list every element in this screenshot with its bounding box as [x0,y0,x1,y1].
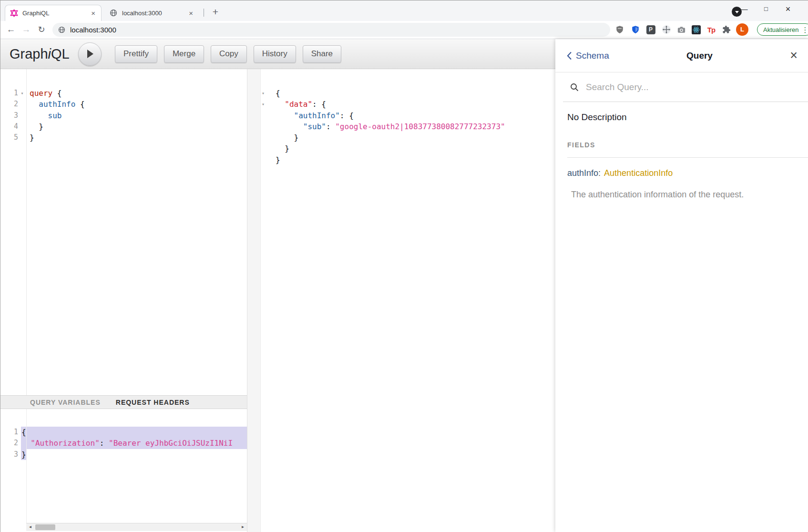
history-button[interactable]: History [254,45,296,63]
doc-explorer-panel: Schema Query × No Description FIELDS aut… [555,39,808,532]
docs-search-row [563,72,808,102]
code-line: 1{ [0,427,247,438]
fold-gutter [247,121,276,132]
scroll-right-button[interactable]: ► [239,523,247,531]
code-line: ▾{ [247,88,555,99]
address-bar[interactable]: localhost:3000 [52,23,610,37]
globe-icon [110,9,118,17]
graphiql-topbar: GraphiQL Prettify Merge Copy History Sha… [0,39,555,69]
fold-gutter [247,154,276,165]
graphiql-app: GraphiQL Prettify Merge Copy History Sha… [0,39,808,532]
fold-arrow-icon[interactable]: ▾ [247,88,276,99]
browser-window: GraphiQL × localhost:3000 × + — □ × ← → … [0,0,808,532]
code-line: "authInfo": { [247,110,555,121]
browser-menu-kebab-icon[interactable]: ⋮ [801,26,808,33]
graphiql-favicon-icon [10,9,18,17]
code-line: 3 sub [0,110,247,121]
prettify-button[interactable]: Prettify [115,45,157,63]
code-line: } [247,132,555,143]
scroll-left-button[interactable]: ◄ [26,523,34,531]
line-number: 3 [0,449,18,460]
line-number: 1 [0,427,18,438]
tab-strip: GraphiQL × localhost:3000 × + — □ × [0,0,808,21]
doc-explorer-header: Schema Query × [555,39,808,72]
tab-separator [204,9,204,17]
fold-gutter [247,132,276,143]
new-tab-button[interactable]: + [208,5,223,19]
request-headers-editor[interactable]: 1{2 "Authorization": "Bearer eyJhbGciOiJ… [0,409,247,523]
docs-back-link[interactable]: Schema [567,51,609,61]
tab-request-headers[interactable]: REQUEST HEADERS [116,399,190,406]
code-line: } [247,143,555,154]
fold-gutter [247,143,276,154]
result-viewer: ▾{▾ "data": { "authInfo": { "sub": "goog… [247,69,555,532]
code-line: 5} [0,132,247,143]
field-name-link[interactable]: authInfo [567,168,598,178]
back-button[interactable]: ← [4,22,18,37]
execute-query-button[interactable] [78,42,102,66]
docs-body: No Description FIELDS authInfo:Authentic… [555,112,808,200]
tab-close-icon[interactable]: × [90,9,96,17]
code-line: "sub": "google-oauth2|108377380082777232… [247,121,555,132]
toolbar-buttons: Prettify Merge Copy History Share [115,45,341,63]
fold-gutter [18,99,26,110]
react-devtools-extension-icon[interactable] [690,24,702,35]
horizontal-scrollbar[interactable]: ◄ ► [26,523,247,531]
tab-query-variables[interactable]: QUERY VARIABLES [30,399,101,406]
query-editor[interactable]: 1▾query {2 authInfo {3 sub4 }5} [0,69,247,395]
merge-button[interactable]: Merge [164,45,204,63]
camera-extension-icon[interactable] [675,24,687,35]
line-number: 3 [0,110,18,121]
code-line: 3} [0,449,247,460]
result-pane: ▾{▾ "data": { "authInfo": { "sub": "goog… [247,69,555,532]
line-number: 5 [0,132,18,143]
tp-extension-icon[interactable]: Tp [706,24,717,35]
variables-tab-bar: QUERY VARIABLES REQUEST HEADERS [0,395,247,409]
move-crosshair-extension-icon[interactable] [661,24,672,35]
doc-explorer-title: Query [609,51,790,61]
field-description: The authentication information of the re… [571,190,808,200]
extensions-puzzle-icon[interactable] [721,24,732,35]
tab-title: GraphiQL [22,10,90,17]
code-line: 1▾query { [0,88,247,99]
scrollbar-thumb[interactable] [35,524,55,530]
type-description: No Description [567,112,808,123]
tab-title: localhost:3000 [122,10,188,17]
docs-search-input[interactable] [585,82,749,93]
docs-close-icon[interactable]: × [790,49,798,62]
ublock-extension-icon[interactable] [614,24,625,35]
reload-button[interactable]: ↻ [34,22,49,37]
p-extension-icon[interactable]: P [645,24,656,35]
gutter-divider [26,69,27,395]
window-maximize-button[interactable]: □ [758,1,774,17]
tab-close-icon[interactable]: × [188,9,194,17]
forward-button[interactable]: → [19,22,33,37]
search-icon [570,83,579,92]
tab-graphiql[interactable]: GraphiQL × [5,5,102,21]
profile-avatar[interactable]: L [736,23,748,36]
line-number: 1 [0,88,18,99]
bitwarden-extension-icon[interactable] [630,24,641,35]
field-type-link[interactable]: AuthenticationInfo [604,168,673,178]
tab-localhost[interactable]: localhost:3000 × [105,5,199,21]
fold-arrow-icon[interactable]: ▾ [247,99,276,110]
window-close-button[interactable]: × [780,1,796,17]
share-button[interactable]: Share [303,45,341,63]
fields-section-title: FIELDS [567,141,808,158]
chrome-update-button[interactable]: Aktualisieren ⋮ [757,23,808,36]
fold-gutter [247,110,276,121]
browser-toolbar: ← → ↻ localhost:3000 P [0,21,808,39]
graphiql-logo: GraphiQL [10,46,78,62]
line-number: 2 [0,99,18,110]
code-line: 2 authInfo { [0,99,247,110]
fold-gutter [18,132,26,143]
code-line: 2 "Authorization": "Bearer eyJhbGciOiJSU… [0,438,247,449]
copy-button[interactable]: Copy [211,45,247,63]
fold-gutter [18,121,26,132]
code-line: 4 } [0,121,247,132]
field-row: authInfo:AuthenticationInfo [567,168,808,178]
fold-arrow-icon[interactable]: ▾ [18,88,26,99]
url-text: localhost:3000 [70,26,116,34]
window-minimize-button[interactable]: — [736,1,752,17]
code-line: ▾ "data": { [247,99,555,110]
